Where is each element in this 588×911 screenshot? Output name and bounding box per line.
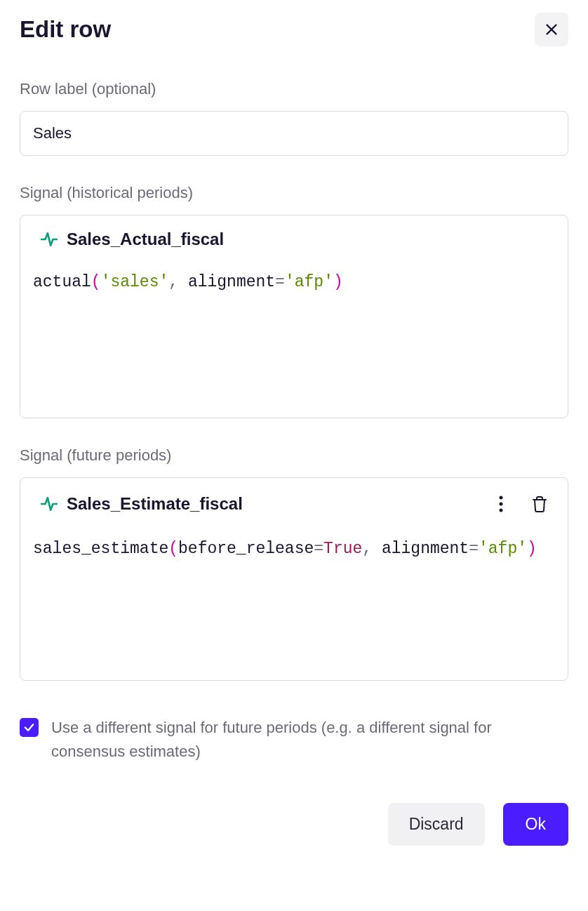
- historical-code[interactable]: actual('sales', alignment='afp'): [33, 269, 555, 296]
- more-options-button[interactable]: [496, 492, 506, 516]
- different-signal-label: Use a different signal for future period…: [51, 716, 568, 764]
- historical-signal-name: Sales_Actual_fiscal: [67, 230, 224, 249]
- future-signal-label: Signal (future periods): [20, 446, 568, 465]
- discard-button[interactable]: Discard: [388, 803, 485, 846]
- more-vertical-icon: [499, 495, 503, 513]
- close-icon: [544, 22, 559, 37]
- close-button[interactable]: [535, 13, 568, 46]
- historical-signal-box[interactable]: Sales_Actual_fiscal actual('sales', alig…: [20, 215, 568, 418]
- row-label-label: Row label (optional): [20, 80, 568, 98]
- future-signal-name: Sales_Estimate_fiscal: [67, 494, 243, 514]
- svg-point-3: [500, 503, 503, 506]
- page-title: Edit row: [20, 16, 111, 43]
- historical-signal-label: Signal (historical periods): [20, 184, 568, 202]
- pulse-icon: [40, 230, 58, 248]
- delete-button[interactable]: [528, 492, 551, 516]
- row-label-input[interactable]: [20, 111, 568, 156]
- svg-point-2: [500, 496, 503, 500]
- future-signal-box[interactable]: Sales_Estimate_fiscal: [20, 477, 568, 681]
- different-signal-checkbox[interactable]: [20, 718, 39, 737]
- svg-point-4: [500, 509, 503, 512]
- ok-button[interactable]: Ok: [503, 803, 568, 846]
- pulse-icon: [40, 495, 58, 513]
- future-code[interactable]: sales_estimate(before_release=True, alig…: [33, 536, 555, 563]
- trash-icon: [531, 495, 548, 513]
- check-icon: [23, 722, 35, 733]
